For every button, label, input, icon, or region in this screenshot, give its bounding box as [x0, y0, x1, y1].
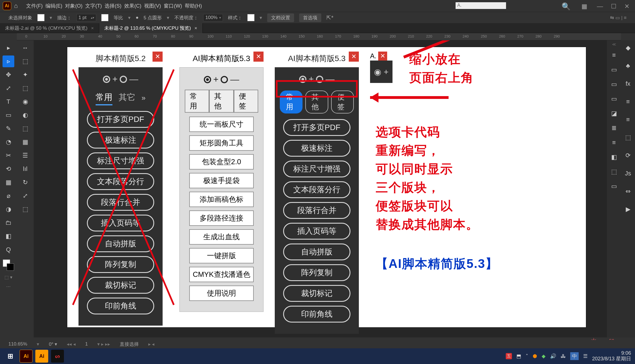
tool-b-7[interactable]: ▦ [19, 136, 31, 148]
panel-52-tab-more-icon[interactable]: » [142, 94, 146, 102]
rpanel-a-1[interactable]: ▭ [608, 64, 620, 76]
panel-52-radio-row[interactable]: +— [84, 71, 158, 89]
doc-tab-2[interactable]: 未标题-2 @ 110.65 % (CMYK/CPU 预览) × [99, 23, 203, 33]
btn-52-7[interactable]: 阵列复制 [87, 256, 154, 273]
tool-b-8[interactable]: ☰ [19, 150, 31, 161]
search-icon[interactable]: 🔍 [562, 2, 571, 11]
fill-stroke-swatch[interactable] [3, 259, 14, 271]
tool-b-11[interactable]: ⤢ [19, 190, 31, 202]
rpanel-b-8[interactable]: ⇔ [622, 186, 634, 197]
brush-preset[interactable]: 5 点圆形 [144, 15, 162, 21]
panel-53l-tab-notes[interactable]: 便签 [234, 90, 258, 113]
btn-53d-9[interactable]: 印前角线 [283, 306, 350, 323]
menu-object[interactable]: 对象(O) [65, 3, 82, 9]
grid-tool-icon[interactable]: ▦ [3, 177, 14, 188]
panel-toggle-icon[interactable]: ⇆ ▭ | ≡ [610, 15, 627, 21]
panel-52-tab-other[interactable]: 其它 [119, 91, 135, 105]
rpanel-b-4[interactable]: ≡ [622, 114, 634, 126]
uniform-label[interactable]: 等比 [114, 15, 123, 21]
arrange-docs-icon[interactable]: ▦ [581, 3, 587, 10]
rotate-tool-icon[interactable]: ◔ [3, 136, 14, 148]
tool-b-10[interactable]: ↻ [19, 177, 31, 188]
menu-type[interactable]: 文字(T) [85, 3, 102, 9]
transform-tool-icon[interactable]: ⟲ [3, 163, 14, 175]
doc-tab-1[interactable]: 未标题-2.ai @ 50 % (CMYK/CPU 预览) × [0, 23, 99, 33]
btn-53d-1[interactable]: 极速标注 [283, 140, 350, 157]
btn-52-2[interactable]: 标注尺寸增强 [87, 152, 154, 169]
btn-53d-4[interactable]: 段落行合并 [283, 202, 350, 219]
rect-tool-icon[interactable]: ▭ [3, 109, 14, 121]
panel-53l-radio-row[interactable]: +— [185, 71, 258, 89]
style-swatch[interactable] [247, 14, 255, 21]
tray-icon-1[interactable]: 五 [506, 353, 512, 359]
btn-53l-7[interactable]: 一键拼版 [189, 248, 254, 263]
btn-53l-8[interactable]: CMYK查找潘通色 [189, 267, 254, 282]
btn-52-4[interactable]: 段落行合并 [87, 194, 154, 211]
prefs-button[interactable]: 首选项 [299, 13, 321, 22]
mini-panel-dock[interactable]: A. [456, 2, 506, 9]
btn-52-8[interactable]: 裁切标记 [87, 277, 154, 294]
rpanel-b-2[interactable]: fx [622, 78, 634, 90]
tool-b-0[interactable]: ↔ [19, 42, 31, 54]
tool-b-3[interactable]: ⬚ [19, 82, 31, 94]
btn-52-3[interactable]: 文本段落分行 [87, 173, 154, 190]
edit-toolbar-icon[interactable]: ⋯ [6, 284, 11, 289]
curvature-tool-icon[interactable]: ⤢ [3, 82, 14, 94]
tool-b-9[interactable]: lıl [19, 163, 31, 175]
taskbar-clock[interactable]: 9:062023/8/13 星期日 [592, 351, 631, 362]
stroke-weight-input[interactable]: 1 pt▴▾ [77, 14, 96, 21]
panel-53l-close-icon[interactable]: ✕ [253, 52, 264, 62]
btn-53l-0[interactable]: 统一画板尺寸 [189, 117, 254, 132]
stroke-swatch[interactable] [101, 14, 108, 21]
btn-53l-6[interactable]: 生成出血线 [189, 229, 254, 245]
rotate-view[interactable]: 0° ▾ [49, 341, 57, 347]
menu-help[interactable]: 帮助(H) [185, 3, 202, 9]
window-close-icon[interactable]: ✕ [624, 3, 629, 10]
type-tool-icon[interactable]: T [3, 96, 14, 108]
tool-b-6[interactable]: ⬚ [19, 123, 31, 135]
home-icon[interactable]: ⌂ [14, 2, 18, 10]
btn-52-5[interactable]: 插入页码等 [87, 215, 154, 231]
rpanel-b-0[interactable]: ◆ [622, 42, 634, 54]
menu-view[interactable]: 视图(V) [144, 3, 161, 9]
rpanel-a-6[interactable]: ≡ [608, 137, 620, 149]
menu-select[interactable]: 选择(S) [105, 3, 121, 9]
doc-setup-button[interactable]: 文档设置 [267, 13, 294, 22]
blend-tool-icon[interactable]: ◑ [3, 203, 14, 215]
tray-icon-2[interactable]: ⬒ [516, 353, 521, 359]
menu-file[interactable]: 文件(F) [26, 3, 43, 9]
panel-collapse-icon[interactable]: ≪ [612, 42, 616, 47]
btn-53l-4[interactable]: 添加画稿色标 [189, 192, 254, 207]
menu-effect[interactable]: 效果(C) [124, 3, 141, 9]
btn-53d-2[interactable]: 标注尺寸增强 [283, 161, 350, 177]
screen-mode-icon[interactable]: ⬚ ▾ [4, 275, 12, 280]
panel-53l-tab-common[interactable]: 常用 [185, 90, 209, 113]
pen-tool-icon[interactable]: ✥ [3, 69, 14, 81]
rpanel-b-6[interactable]: ⟳ [622, 150, 634, 161]
window-minimize-icon[interactable]: — [597, 3, 603, 10]
rpanel-a-2[interactable]: ▭ [608, 78, 620, 90]
tray-icon-3[interactable]: ⬢ [533, 353, 537, 359]
rpanel-b-3[interactable]: ≡ [622, 96, 634, 108]
tray-network-icon[interactable]: 🖧 [561, 353, 566, 359]
tray-icon-5[interactable]: ☰ [583, 353, 588, 359]
btn-53l-9[interactable]: 使用说明 [189, 286, 254, 301]
btn-52-6[interactable]: 自动拼版 [87, 235, 154, 252]
panel-53l-tab-other[interactable]: 其他 [209, 90, 234, 113]
scissor-tool-icon[interactable]: ✂ [3, 150, 14, 161]
artboard-tool-icon[interactable]: 🗀 [3, 217, 14, 229]
pin-icon[interactable]: ⇱* [326, 14, 333, 21]
rpanel-b-9[interactable]: ▶ [622, 203, 634, 215]
start-button-icon[interactable]: ⊞ [4, 350, 17, 363]
rpanel-b-7[interactable]: Js [622, 168, 634, 179]
btn-52-9[interactable]: 印前角线 [87, 298, 154, 314]
rpanel-b-1[interactable]: ♣ [622, 60, 634, 72]
taskbar-app-ai-1[interactable]: Ai [20, 350, 33, 363]
btn-53d-6[interactable]: 自动拼版 [283, 244, 350, 260]
rpanel-a-9[interactable]: ▭ [608, 180, 620, 192]
btn-53d-5[interactable]: 插入页码等 [283, 223, 350, 240]
panel-mini-close-icon[interactable]: ✕ [378, 52, 387, 61]
window-maximize-icon[interactable]: ☐ [611, 3, 616, 10]
tray-chevron-icon[interactable]: ˄ [526, 353, 528, 359]
btn-53d-0[interactable]: 打开多页PDF [283, 119, 350, 136]
